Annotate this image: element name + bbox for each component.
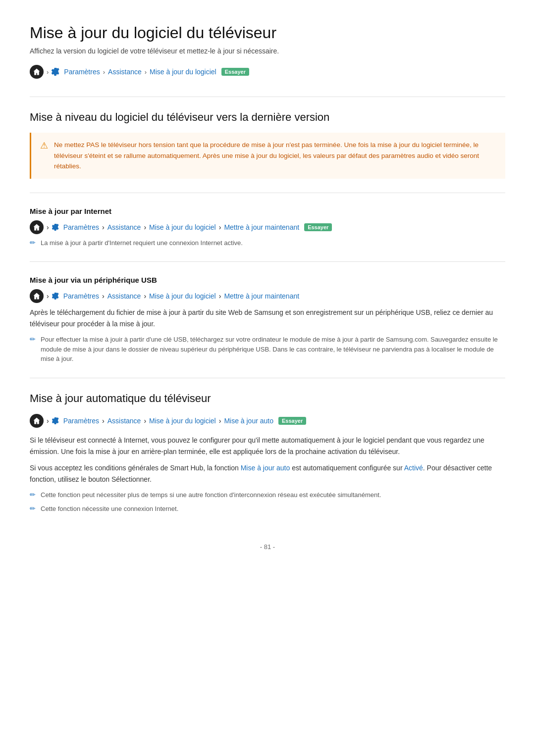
breadcrumb-auto-label[interactable]: Mise à jour auto (224, 417, 273, 425)
usb-note-text: Pour effectuer la mise à jouir à partir … (41, 335, 505, 364)
breadcrumb-parametres-2[interactable]: Paramètres (63, 223, 99, 231)
page-title: Mise à jour du logiciel du téléviseur (30, 24, 505, 42)
chevron-icon-2: › (103, 68, 105, 76)
auto-note2: ✏ Cette fonction nécessite une connexion… (30, 504, 505, 514)
essayer-badge-1[interactable]: Essayer (221, 68, 249, 76)
breadcrumb-parametres-4[interactable]: Paramètres (63, 417, 99, 425)
chevron-icon-11: › (219, 292, 221, 300)
home-icon-2[interactable] (30, 220, 44, 234)
divider-4 (30, 378, 505, 378)
section2-title: Mise à jour automatique du téléviseur (30, 392, 505, 405)
breadcrumb-usb: › Paramètres › Assistance › Mise à jour … (30, 289, 505, 303)
pencil-icon-4: ✏ (30, 504, 36, 512)
chevron-icon-9: › (102, 292, 105, 300)
chevron-icon-1: › (47, 68, 49, 76)
subsection-internet-title: Mise à jour par Internet (30, 207, 505, 215)
essayer-badge-2[interactable]: Essayer (304, 223, 332, 231)
chevron-icon-7: › (219, 223, 221, 231)
breadcrumb-logiciel[interactable]: Mise à jour du logiciel (150, 68, 216, 76)
breadcrumb-assistance-2[interactable]: Assistance (107, 223, 141, 231)
breadcrumb-internet: › Paramètres › Assistance › Mise à jour … (30, 220, 505, 234)
chevron-icon-13: › (102, 417, 105, 425)
section2-body1: Si le téléviseur est connecté à Internet… (30, 435, 505, 457)
usb-body-text: Après le téléchargement du fichier de mi… (30, 307, 505, 330)
section2-body2: Si vous acceptez les conditions générale… (30, 462, 505, 485)
section1-title: Mise à niveau du logiciel du téléviseur … (30, 111, 505, 124)
breadcrumb-maintenant-2[interactable]: Mettre à jour maintenant (224, 292, 299, 300)
page-subtitle: Affichez la version du logiciel de votre… (30, 47, 505, 55)
chevron-icon-4: › (47, 223, 49, 231)
chevron-icon-12: › (47, 417, 49, 425)
breadcrumb-parametres[interactable]: Paramètres (64, 68, 100, 76)
mise-auto-link[interactable]: Mise à jour auto (241, 464, 290, 472)
pencil-icon-1: ✏ (30, 239, 36, 247)
chevron-icon-5: › (102, 223, 105, 231)
auto-note1: ✏ Cette fonction peut nécessiter plus de… (30, 490, 505, 500)
subsection-usb-title: Mise à jour via un périphérique USB (30, 276, 505, 284)
pencil-icon-3: ✏ (30, 491, 36, 499)
breadcrumb-parametres-3[interactable]: Paramètres (63, 292, 99, 300)
pencil-icon-2: ✏ (30, 335, 36, 343)
chevron-icon-15: › (219, 417, 221, 425)
active-link[interactable]: Activé (404, 464, 423, 472)
internet-note-text: La mise à jour à partir d'Internet requi… (41, 238, 243, 248)
divider-1 (30, 97, 505, 97)
chevron-icon-14: › (144, 417, 146, 425)
breadcrumb-maintenant[interactable]: Mettre à jour maintenant (224, 223, 299, 231)
chevron-icon-10: › (144, 292, 146, 300)
breadcrumb-logiciel-2[interactable]: Mise à jour du logiciel (149, 223, 216, 231)
breadcrumb-main: › Paramètres › Assistance › Mise à jour … (30, 65, 505, 79)
breadcrumb-assistance[interactable]: Assistance (108, 68, 142, 76)
subsection-usb: Mise à jour via un périphérique USB › Pa… (30, 276, 505, 364)
subsection-internet: Mise à jour par Internet › Paramètres › … (30, 207, 505, 248)
internet-note: ✏ La mise à jour à partir d'Internet req… (30, 238, 505, 248)
auto-note2-text: Cette fonction nécessite une connexion I… (41, 504, 178, 514)
breadcrumb-assistance-3[interactable]: Assistance (107, 292, 141, 300)
home-icon-4[interactable] (30, 414, 44, 428)
breadcrumb-logiciel-3[interactable]: Mise à jour du logiciel (149, 292, 216, 300)
breadcrumb-assistance-4[interactable]: Assistance (107, 417, 141, 425)
chevron-icon-3: › (145, 68, 147, 76)
chevron-icon-6: › (144, 223, 146, 231)
breadcrumb-auto: › Paramètres › Assistance › Mise à jour … (30, 414, 505, 428)
auto-note1-text: Cette fonction peut nécessiter plus de t… (41, 490, 381, 500)
home-icon-3[interactable] (30, 289, 44, 303)
warning-icon: ⚠ (40, 140, 48, 151)
chevron-icon-8: › (47, 292, 49, 300)
section2-body2-start: Si vous acceptez les conditions générale… (30, 464, 241, 472)
breadcrumb-logiciel-4[interactable]: Mise à jour du logiciel (149, 417, 216, 425)
essayer-badge-3[interactable]: Essayer (278, 417, 306, 425)
warning-box: ⚠ Ne mettez PAS le téléviseur hors tensi… (30, 133, 505, 179)
gear-icon (52, 68, 61, 76)
home-icon[interactable] (30, 65, 44, 79)
section2-body2-mid: est automatiquement configurée sur (290, 464, 404, 472)
usb-note: ✏ Pour effectuer la mise à jouir à parti… (30, 335, 505, 364)
divider-3 (30, 261, 505, 262)
page-number: - 81 - (30, 543, 505, 551)
divider-2 (30, 193, 505, 193)
warning-text: Ne mettez PAS le téléviseur hors tension… (54, 140, 496, 172)
